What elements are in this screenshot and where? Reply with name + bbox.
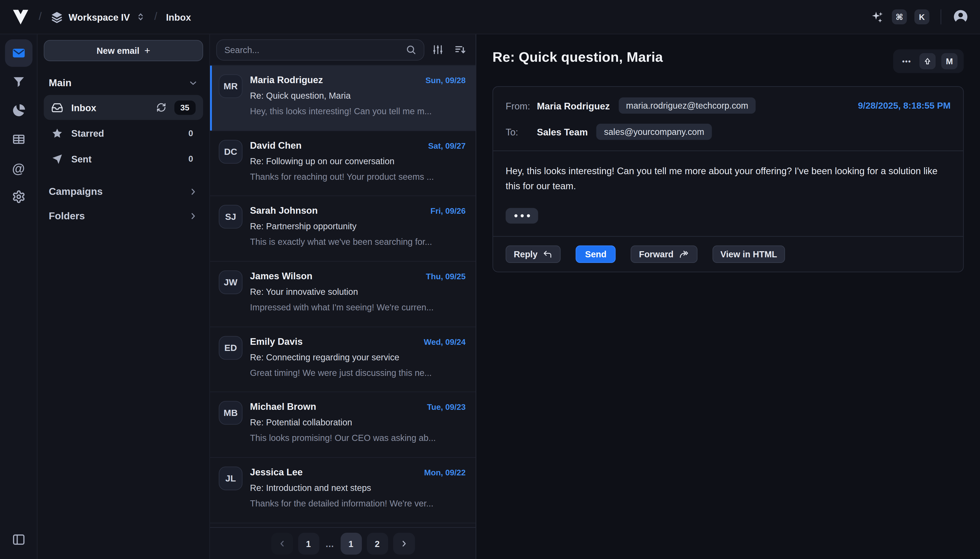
star-icon: [51, 127, 63, 139]
inbox-label: Inbox: [71, 102, 148, 113]
avatar: MB: [219, 401, 242, 425]
app-logo-icon[interactable]: [11, 7, 30, 26]
prev-page-button[interactable]: [271, 533, 293, 555]
quoted-text-expander[interactable]: [506, 208, 538, 224]
workspace-switcher[interactable]: Workspace IV: [51, 11, 146, 23]
from-name: Maria Rodriguez: [537, 100, 610, 111]
email-date: Tue, 09/23: [427, 402, 466, 412]
rail-item-mentions[interactable]: @: [5, 154, 32, 182]
email-list: MR Maria Rodriguez Sun, 09/28 Re: Quick …: [210, 66, 476, 527]
inbox-count-badge: 35: [174, 100, 196, 114]
sidebar-collapse-button[interactable]: [5, 526, 32, 553]
email-date: Sun, 09/28: [425, 76, 466, 85]
email-preview: Hey, this looks interesting! Can you tel…: [250, 106, 466, 116]
section-campaigns[interactable]: Campaigns: [44, 186, 203, 197]
email-subject: Re: Connecting regarding your service: [250, 352, 466, 362]
email-item[interactable]: JL Jessica Lee Mon, 09/22 Re: Introducti…: [210, 458, 476, 523]
page-button[interactable]: 1: [340, 533, 361, 555]
pagination-ellipsis: …: [324, 539, 335, 549]
pagination: 1 … 1 2: [210, 527, 476, 559]
cmd-key-badge[interactable]: ⌘: [892, 10, 907, 25]
sender-name: Maria Rodriguez: [250, 74, 425, 85]
search-box[interactable]: [216, 39, 425, 60]
email-actions: Reply Send Forward: [493, 236, 963, 272]
filter-options-button[interactable]: [428, 40, 447, 59]
email-subject: Re: Introduction and next steps: [250, 483, 466, 493]
page-button[interactable]: 1: [298, 533, 319, 555]
email-preview: Impressed with what I'm seeing! We're cu…: [250, 302, 466, 312]
sender-name: Jessica Lee: [250, 467, 424, 477]
search-input[interactable]: [224, 45, 406, 55]
gear-icon: [12, 190, 25, 203]
next-page-button[interactable]: [393, 533, 415, 555]
icon-rail: @: [0, 35, 38, 559]
dot-icon: [526, 214, 529, 217]
sent-label: Sent: [71, 153, 180, 164]
funnel-icon: [12, 75, 25, 89]
topbar: / Workspace IV / Inbox ⌘ K: [0, 0, 980, 35]
forward-button[interactable]: Forward: [631, 245, 697, 263]
email-title: Re: Quick question, Maria: [492, 49, 663, 66]
section-campaigns-label: Campaigns: [49, 186, 188, 197]
send-button[interactable]: Send: [576, 245, 616, 263]
from-row: From: Maria Rodriguez maria.rodriguez@te…: [506, 98, 951, 114]
avatar: JL: [219, 467, 242, 490]
pie-chart-icon: [12, 104, 25, 117]
email-subject: Re: Your innovative solution: [250, 287, 466, 297]
sparkles-ai-button[interactable]: [871, 10, 884, 24]
new-email-button[interactable]: New email +: [44, 40, 203, 61]
sidebar-item-starred[interactable]: Starred 0: [44, 121, 203, 146]
to-name: Sales Team: [537, 126, 588, 137]
sender-name: Emily Davis: [250, 336, 424, 347]
refresh-icon[interactable]: [156, 103, 166, 112]
k-key-badge[interactable]: K: [914, 10, 929, 25]
panel-left-icon: [12, 533, 25, 546]
table-icon: [12, 132, 25, 146]
search-icon: [406, 45, 416, 55]
avatar: DC: [219, 140, 242, 164]
section-folders[interactable]: Folders: [44, 210, 203, 222]
page-button[interactable]: 2: [366, 533, 388, 555]
email-subject: Re: Following up on our conversation: [250, 156, 466, 166]
email-detail-pane: Re: Quick question, Maria ••• M From: Ma…: [476, 35, 980, 559]
email-item[interactable]: MR Maria Rodriguez Sun, 09/28 Re: Quick …: [210, 66, 476, 131]
email-preview: This looks promising! Our CEO was asking…: [250, 433, 466, 443]
sort-button[interactable]: [451, 40, 469, 59]
section-main[interactable]: Main: [44, 78, 203, 89]
starred-count: 0: [188, 128, 196, 138]
sender-name: Michael Brown: [250, 401, 427, 412]
sidebar-item-sent[interactable]: Sent 0: [44, 146, 203, 171]
forward-label: Forward: [639, 249, 673, 259]
rail-item-filter[interactable]: [5, 68, 32, 96]
email-item[interactable]: ED Emily Davis Wed, 09/24 Re: Connecting…: [210, 327, 476, 392]
email-date: Sat, 09/27: [428, 141, 466, 150]
rail-item-table[interactable]: [5, 126, 32, 153]
avatar: JW: [219, 271, 242, 294]
to-email-pill: sales@yourcompany.com: [597, 124, 711, 140]
rail-item-settings[interactable]: [5, 183, 32, 211]
app-window: / Workspace IV / Inbox ⌘ K: [0, 0, 980, 559]
avatar: MR: [219, 74, 242, 98]
list-toolbar: [210, 35, 476, 66]
email-item[interactable]: DC David Chen Sat, 09/27 Re: Following u…: [210, 131, 476, 196]
email-item[interactable]: MB Michael Brown Tue, 09/23 Re: Potentia…: [210, 392, 476, 458]
section-main-label: Main: [49, 78, 188, 89]
m-key-badge: M: [941, 53, 958, 69]
sidenav: New email + Main Inbox 35: [38, 35, 210, 559]
view-html-button[interactable]: View in HTML: [712, 245, 785, 263]
sidebar-item-inbox[interactable]: Inbox 35: [44, 95, 203, 120]
rail-item-mail[interactable]: [5, 39, 32, 67]
from-email-pill: maria.rodriguez@techcorp.com: [619, 98, 756, 114]
email-item[interactable]: SJ Sarah Johnson Fri, 09/26 Re: Partners…: [210, 196, 476, 262]
plus-icon: +: [144, 45, 150, 56]
email-date: Thu, 09/25: [426, 271, 466, 281]
reply-label: Reply: [514, 249, 537, 259]
email-preview: Great timing! We were just discussing th…: [250, 368, 466, 378]
rail-item-analytics[interactable]: [5, 97, 32, 124]
sender-name: David Chen: [250, 140, 428, 150]
reply-button[interactable]: Reply: [506, 245, 561, 263]
more-options-button[interactable]: •••: [900, 57, 914, 65]
avatar-button[interactable]: [952, 9, 969, 25]
email-item[interactable]: JW James Wilson Thu, 09/25 Re: Your inno…: [210, 262, 476, 327]
email-card: From: Maria Rodriguez maria.rodriguez@te…: [492, 86, 964, 272]
